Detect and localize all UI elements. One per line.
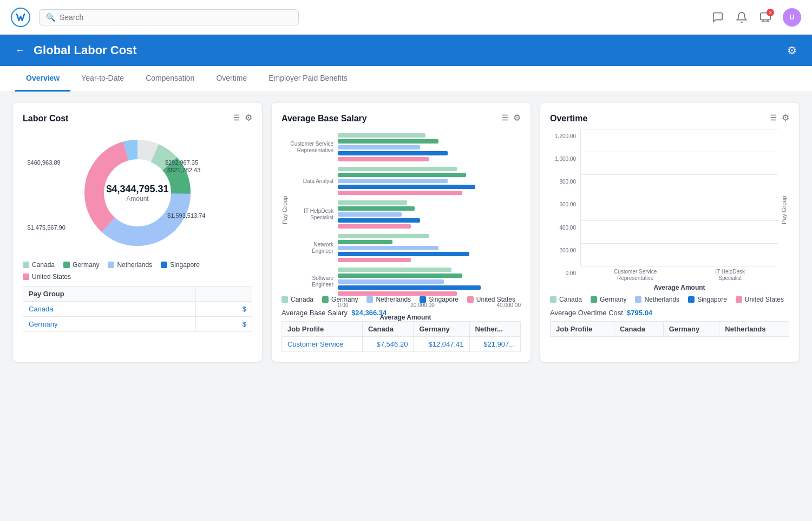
col-germany: Germany <box>663 322 719 337</box>
overtime-header: Overtime ⚙ <box>550 113 789 125</box>
ytick-600: 600.00 <box>559 201 576 207</box>
legend-us: United States <box>736 296 784 303</box>
table-row: Germany $ <box>23 317 252 332</box>
legend-singapore: Singapore <box>161 261 200 269</box>
chat-icon[interactable] <box>711 11 724 24</box>
xaxis-labels: Customer ServiceRepresentative IT HelpDe… <box>580 269 778 282</box>
ytick-400: 400.00 <box>559 225 576 231</box>
col-germany: Germany <box>414 322 469 337</box>
overtime-stat: Average Overtime Cost $795.04 <box>550 309 789 317</box>
col-nether: Nether... <box>469 322 520 337</box>
search-icon: 🔍 <box>46 13 55 22</box>
bell-icon[interactable] <box>735 11 748 24</box>
legend-netherlands: Netherlands <box>635 296 679 303</box>
segment-label-canada: $292,967.35 <box>165 159 198 166</box>
hbar-group-ne: NetworkEngineer <box>290 234 521 262</box>
main-content: Labor Cost ⚙ <box>0 92 812 373</box>
nav-icons: 2 U <box>711 8 801 27</box>
tab-overview[interactable]: Overview <box>15 66 70 92</box>
netherlands-label: Netherlands <box>644 296 679 303</box>
col-job-profile: Job Profile <box>551 322 614 337</box>
gear-icon[interactable]: ⚙ <box>782 113 789 125</box>
col-canada: Canada <box>614 322 663 337</box>
gear-icon[interactable]: ⚙ <box>245 113 252 125</box>
donut-chart: $4,344,795.31 Amount $292,967.35 $521,78… <box>23 133 252 252</box>
inbox-badge: 2 <box>767 9 774 16</box>
vbar-chart-container: 1,200.00 1,000.00 800.00 600.00 400.00 2… <box>550 129 789 291</box>
filter-icon[interactable] <box>768 113 777 125</box>
singapore-dot <box>161 262 167 268</box>
avatar[interactable]: U <box>783 8 801 27</box>
legend-canada: Canada <box>550 296 582 303</box>
germany-row[interactable]: Germany <box>23 317 196 332</box>
avg-salary-title: Average Base Salary <box>281 114 367 123</box>
legend-germany: Germany <box>591 296 626 303</box>
xlabel-it: IT HelpDeskSpecialist <box>715 269 745 282</box>
canada-dot <box>23 262 29 268</box>
stat-label: Average Base Salary <box>281 309 348 317</box>
cs-job-profile[interactable]: Customer Service <box>282 337 363 352</box>
tab-employer-paid-benefits[interactable]: Employer Paid Benefits <box>258 66 358 92</box>
hbar-chart-container: Pay Group Customer ServiceRepresentative <box>281 129 521 291</box>
canada-dot <box>550 296 556 303</box>
canada-label: Canada <box>32 261 55 269</box>
vbar-area: Customer ServiceRepresentative IT HelpDe… <box>580 129 778 291</box>
top-nav: 🔍 2 U <box>0 0 812 35</box>
stat-label: Average Overtime Cost <box>550 309 623 317</box>
canada-row[interactable]: Canada <box>23 302 196 317</box>
labor-cost-card: Labor Cost ⚙ <box>13 103 262 362</box>
hbar-bars-se <box>338 268 521 296</box>
hbar-label-it: IT HelpDeskSpecialist <box>290 208 333 221</box>
legend-singapore: Singapore <box>420 296 459 303</box>
segment-label-netherlands: $1,593,513.74 <box>167 212 205 219</box>
us-label: United States <box>745 296 784 303</box>
legend-netherlands: Netherlands <box>366 296 411 303</box>
stat-value: $795.04 <box>627 309 652 317</box>
labor-cost-table: Pay Group Canada $ Germany $ <box>23 286 252 332</box>
hbar-bars-ne <box>338 234 521 262</box>
table-row: Canada $ <box>23 302 252 317</box>
tab-compensation[interactable]: Compensation <box>135 66 205 92</box>
germany-label: Germany <box>331 296 358 303</box>
ytick-200: 200.00 <box>559 248 576 253</box>
us-label: United States <box>476 296 515 303</box>
netherlands-label: Netherlands <box>117 261 152 269</box>
avg-salary-header: Average Base Salary ⚙ <box>281 113 521 125</box>
hbar-group-da: Data Analyst <box>290 167 521 195</box>
filter-icon[interactable] <box>231 113 240 125</box>
ytick-1000: 1,000.00 <box>555 156 576 162</box>
netherlands-label: Netherlands <box>376 296 411 303</box>
table-row: Customer Service $7,546.20 $12,047.41 $2… <box>282 337 521 352</box>
germany-dot <box>591 296 597 303</box>
ytick-0: 0.00 <box>566 270 576 276</box>
legend-netherlands: Netherlands <box>108 261 152 269</box>
singapore-label: Singapore <box>170 261 200 269</box>
cs-canada: $7,546.20 <box>362 337 413 352</box>
canada-dot <box>281 296 288 303</box>
settings-icon[interactable]: ⚙ <box>787 44 797 57</box>
overtime-legend: Canada Germany Netherlands Singapore Uni… <box>550 296 789 303</box>
tab-overtime[interactable]: Overtime <box>205 66 258 92</box>
singapore-label: Singapore <box>429 296 459 303</box>
legend-germany: Germany <box>322 296 358 303</box>
overtime-title: Overtime <box>550 114 587 123</box>
col-canada: Canada <box>362 322 413 337</box>
yaxis-label-overtime: Pay Group <box>781 129 787 291</box>
avg-salary-table: Job Profile Canada Germany Nether... Cus… <box>281 321 521 352</box>
labor-cost-icons: ⚙ <box>231 113 252 125</box>
segment-label-singapore: $1,475,567.90 <box>27 224 65 231</box>
gear-icon[interactable]: ⚙ <box>513 113 521 125</box>
netherlands-dot <box>366 296 373 303</box>
filter-icon[interactable] <box>499 113 509 125</box>
canada-label: Canada <box>559 296 582 303</box>
back-button[interactable]: ← <box>15 45 25 56</box>
hbar-label-se: SoftwareEngineer <box>290 275 333 288</box>
hbar-group-csr: Customer ServiceRepresentative <box>290 133 521 161</box>
col-pay-group: Pay Group <box>23 286 196 302</box>
tab-year-to-date[interactable]: Year-to-Date <box>70 66 135 92</box>
inbox-icon[interactable]: 2 <box>759 11 772 24</box>
search-input[interactable] <box>60 13 292 22</box>
legend-singapore: Singapore <box>688 296 727 303</box>
netherlands-dot <box>108 262 114 268</box>
search-bar[interactable]: 🔍 <box>39 9 299 25</box>
